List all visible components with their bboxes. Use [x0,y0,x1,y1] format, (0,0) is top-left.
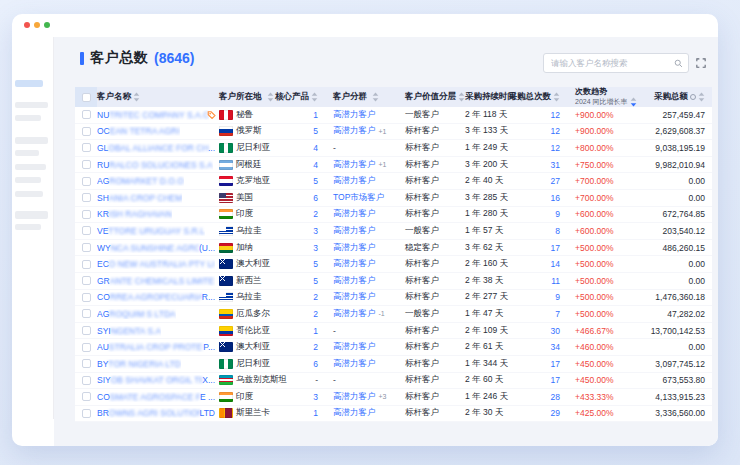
row-checkbox[interactable] [82,276,91,285]
purchase-count-link[interactable]: 30 [551,326,560,336]
row-checkbox[interactable] [82,110,91,119]
sort-icon[interactable] [133,92,140,102]
core-products-link[interactable]: 2 [313,309,318,319]
select-all-checkbox[interactable] [82,93,91,102]
row-checkbox[interactable] [82,226,91,235]
purchase-count-link[interactable]: 12 [551,126,560,136]
core-products-link[interactable]: 6 [313,359,318,369]
close-window-icon[interactable] [24,22,30,28]
core-products-link[interactable]: 6 [313,193,318,203]
core-products-link[interactable]: 1 [313,408,318,418]
customer-name-link[interactable]: COSMATE AGROSPACE PROJECTS E ... [97,392,215,402]
purchase-count-link[interactable]: 17 [551,243,560,253]
core-products-link[interactable]: 5 [313,126,318,136]
column-header-amount[interactable]: 采购总额 [638,87,712,107]
segment-link[interactable]: 高潜力客户 [333,358,376,370]
row-checkbox[interactable] [82,409,91,418]
customer-name-link[interactable]: BROWNS AGRI SOLUTIONS PVT LTD [97,408,215,418]
row-checkbox[interactable] [82,243,91,252]
purchase-count-link[interactable]: 31 [551,160,560,170]
core-products-link[interactable]: 1 [313,110,318,120]
customer-name-link[interactable]: SYINGENTA S.A [97,326,161,336]
column-header-trend[interactable]: 次数趋势2024 同比增长率 [566,87,638,107]
purchase-count-link[interactable]: 12 [551,143,560,153]
purchase-count-link[interactable]: 14 [551,259,560,269]
segment-link[interactable]: 高潜力客户 [333,391,376,403]
core-products-link[interactable]: 5 [313,259,318,269]
customer-name-link[interactable]: AGROMARKET D.O.O [97,176,184,186]
customer-name-link[interactable]: ECO NEW AUSTRALIA PTY LIMITED [97,259,215,269]
customer-name-link[interactable]: SHANIA CROP CHEM [97,193,182,203]
sort-icon[interactable] [698,92,705,102]
customer-name-link[interactable]: VETTORE URUGUAY S.R.L [97,226,205,236]
customer-name-link[interactable]: CORREA AGROPECUARIA ALIANZ R... [97,292,215,302]
sidebar-item[interactable] [15,102,48,108]
sidebar-item[interactable] [15,177,41,183]
purchase-count-link[interactable]: 28 [551,392,560,402]
core-products-link[interactable]: 5 [313,276,318,286]
customer-name-link[interactable]: WYNCA SUNSHINE AGRO PRO (U... [97,243,215,253]
segment-link[interactable]: 高潜力客户 [333,258,376,270]
core-products-link[interactable]: 3 [313,392,318,402]
row-checkbox[interactable] [82,160,91,169]
core-products-link[interactable]: 4 [313,160,318,170]
sort-icon[interactable] [267,92,274,102]
purchase-count-link[interactable]: 16 [551,193,560,203]
row-checkbox[interactable] [82,260,91,269]
core-products-link[interactable]: 4 [313,143,318,153]
segment-link[interactable]: 高潜力客户 [333,208,376,220]
sort-icon[interactable] [311,92,318,102]
sidebar-item-active[interactable] [15,80,43,87]
tag-icon[interactable] [207,110,216,119]
core-products-link[interactable]: 1 [313,326,318,336]
customer-name-link[interactable]: NUTRITEC COMPANY S.A.C [97,110,209,120]
column-header-checkbox[interactable] [75,87,97,107]
core-products-link[interactable]: 2 [313,292,318,302]
core-products-link[interactable]: 3 [313,243,318,253]
customer-name-link[interactable]: AGROQUIM S LTDA [97,309,176,319]
segment-link[interactable]: TOP市场客户 [333,192,384,204]
purchase-count-link[interactable]: 34 [551,342,560,352]
sidebar-item[interactable] [15,115,41,121]
sidebar-item[interactable] [15,224,41,230]
purchase-count-link[interactable]: 17 [551,375,560,385]
purchase-count-link[interactable]: 9 [555,209,560,219]
sort-icon[interactable] [630,97,637,107]
row-checkbox[interactable] [82,127,91,136]
column-header-segment[interactable]: 客户分群 [330,87,400,107]
customer-name-link[interactable]: GLOBAL ALLIANCE FOR CHEMICA... [97,143,215,153]
segment-link[interactable]: 高潜力客户 [333,308,376,320]
core-products-link[interactable]: 5 [313,176,318,186]
column-header-core[interactable]: 核心产品 [290,87,330,107]
purchase-count-link[interactable]: 7 [555,309,560,319]
segment-link[interactable]: 高潜力客户 [333,225,376,237]
sidebar-item[interactable] [15,164,46,170]
row-checkbox[interactable] [82,359,91,368]
info-icon[interactable] [690,94,696,100]
customer-name-link[interactable]: AUSTRALIA CROP PROTECTION P... [97,342,215,352]
purchase-count-link[interactable]: 11 [551,276,560,286]
core-products-link[interactable]: 2 [313,342,318,352]
segment-link[interactable]: 高潜力客户 [333,341,376,353]
purchase-count-link[interactable]: 29 [551,408,560,418]
core-products-link[interactable]: 3 [313,226,318,236]
purchase-count-link[interactable]: 27 [551,176,560,186]
row-checkbox[interactable] [82,293,91,302]
segment-link[interactable]: 高潜力客户 [333,109,376,121]
segment-link[interactable]: 高潜力客户 [333,159,376,171]
column-header-count[interactable]: 采购总次数 [518,87,566,107]
segment-link[interactable]: 高潜力客户 [333,125,376,137]
segment-link[interactable]: 高潜力客户 [333,407,376,419]
row-checkbox[interactable] [82,177,91,186]
customer-name-link[interactable]: KRISH RAGHAVAN [97,209,172,219]
search-input[interactable] [549,57,674,69]
segment-link[interactable]: 高潜力客户 [333,175,376,187]
customer-name-link[interactable]: OCEAN TETRA AGRI [97,126,180,136]
column-header-name[interactable]: 客户名称 [97,87,218,107]
row-checkbox[interactable] [82,193,91,202]
column-header-tier[interactable]: 客户价值分层 [400,87,460,107]
sidebar-item[interactable] [15,211,48,219]
row-checkbox[interactable] [82,210,91,219]
core-products-link[interactable]: 2 [313,209,318,219]
customer-name-link[interactable]: SIYOB SHAVKAT ORGIL TERMIZIY X... [97,375,215,385]
